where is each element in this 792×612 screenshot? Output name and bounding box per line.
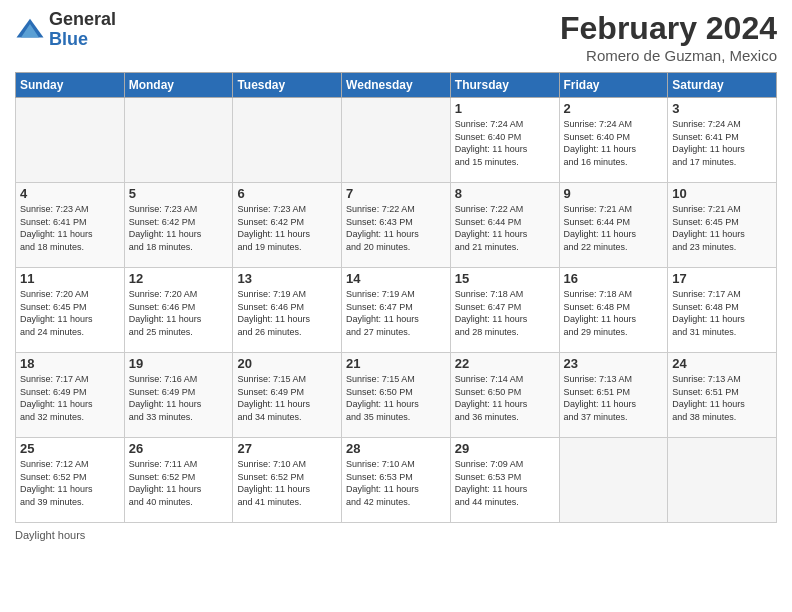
day-info: Sunrise: 7:15 AM Sunset: 6:50 PM Dayligh… [346,373,446,423]
calendar-cell: 24Sunrise: 7:13 AM Sunset: 6:51 PM Dayli… [668,353,777,438]
calendar-cell [559,438,668,523]
logo: General Blue [15,10,116,50]
day-info: Sunrise: 7:10 AM Sunset: 6:52 PM Dayligh… [237,458,337,508]
day-number: 17 [672,271,772,286]
calendar-cell: 28Sunrise: 7:10 AM Sunset: 6:53 PM Dayli… [342,438,451,523]
calendar-cell: 8Sunrise: 7:22 AM Sunset: 6:44 PM Daylig… [450,183,559,268]
month-title: February 2024 [560,10,777,47]
calendar-header-tuesday: Tuesday [233,73,342,98]
day-info: Sunrise: 7:21 AM Sunset: 6:44 PM Dayligh… [564,203,664,253]
title-block: February 2024 Romero de Guzman, Mexico [560,10,777,64]
logo-text: General Blue [49,10,116,50]
calendar: SundayMondayTuesdayWednesdayThursdayFrid… [15,72,777,523]
week-row-4: 25Sunrise: 7:12 AM Sunset: 6:52 PM Dayli… [16,438,777,523]
calendar-cell: 1Sunrise: 7:24 AM Sunset: 6:40 PM Daylig… [450,98,559,183]
calendar-header-wednesday: Wednesday [342,73,451,98]
day-number: 6 [237,186,337,201]
day-info: Sunrise: 7:13 AM Sunset: 6:51 PM Dayligh… [672,373,772,423]
day-number: 1 [455,101,555,116]
day-info: Sunrise: 7:16 AM Sunset: 6:49 PM Dayligh… [129,373,229,423]
day-info: Sunrise: 7:24 AM Sunset: 6:41 PM Dayligh… [672,118,772,168]
day-number: 29 [455,441,555,456]
calendar-cell: 23Sunrise: 7:13 AM Sunset: 6:51 PM Dayli… [559,353,668,438]
calendar-header-sunday: Sunday [16,73,125,98]
calendar-cell: 14Sunrise: 7:19 AM Sunset: 6:47 PM Dayli… [342,268,451,353]
calendar-header-thursday: Thursday [450,73,559,98]
calendar-header-saturday: Saturday [668,73,777,98]
calendar-cell [16,98,125,183]
calendar-cell: 4Sunrise: 7:23 AM Sunset: 6:41 PM Daylig… [16,183,125,268]
day-info: Sunrise: 7:18 AM Sunset: 6:48 PM Dayligh… [564,288,664,338]
day-info: Sunrise: 7:23 AM Sunset: 6:42 PM Dayligh… [237,203,337,253]
day-info: Sunrise: 7:21 AM Sunset: 6:45 PM Dayligh… [672,203,772,253]
calendar-cell: 19Sunrise: 7:16 AM Sunset: 6:49 PM Dayli… [124,353,233,438]
calendar-cell: 27Sunrise: 7:10 AM Sunset: 6:52 PM Dayli… [233,438,342,523]
day-info: Sunrise: 7:23 AM Sunset: 6:41 PM Dayligh… [20,203,120,253]
day-number: 25 [20,441,120,456]
calendar-cell: 6Sunrise: 7:23 AM Sunset: 6:42 PM Daylig… [233,183,342,268]
day-number: 26 [129,441,229,456]
day-number: 28 [346,441,446,456]
week-row-1: 4Sunrise: 7:23 AM Sunset: 6:41 PM Daylig… [16,183,777,268]
calendar-cell [124,98,233,183]
day-number: 12 [129,271,229,286]
logo-general: General [49,9,116,29]
day-number: 16 [564,271,664,286]
day-info: Sunrise: 7:17 AM Sunset: 6:48 PM Dayligh… [672,288,772,338]
day-info: Sunrise: 7:24 AM Sunset: 6:40 PM Dayligh… [564,118,664,168]
day-number: 23 [564,356,664,371]
location: Romero de Guzman, Mexico [560,47,777,64]
day-number: 21 [346,356,446,371]
day-info: Sunrise: 7:14 AM Sunset: 6:50 PM Dayligh… [455,373,555,423]
day-info: Sunrise: 7:19 AM Sunset: 6:46 PM Dayligh… [237,288,337,338]
day-info: Sunrise: 7:19 AM Sunset: 6:47 PM Dayligh… [346,288,446,338]
day-number: 9 [564,186,664,201]
day-info: Sunrise: 7:15 AM Sunset: 6:49 PM Dayligh… [237,373,337,423]
calendar-cell: 7Sunrise: 7:22 AM Sunset: 6:43 PM Daylig… [342,183,451,268]
day-number: 18 [20,356,120,371]
week-row-3: 18Sunrise: 7:17 AM Sunset: 6:49 PM Dayli… [16,353,777,438]
day-number: 24 [672,356,772,371]
day-info: Sunrise: 7:13 AM Sunset: 6:51 PM Dayligh… [564,373,664,423]
calendar-cell: 22Sunrise: 7:14 AM Sunset: 6:50 PM Dayli… [450,353,559,438]
calendar-cell: 17Sunrise: 7:17 AM Sunset: 6:48 PM Dayli… [668,268,777,353]
calendar-cell: 2Sunrise: 7:24 AM Sunset: 6:40 PM Daylig… [559,98,668,183]
calendar-header-friday: Friday [559,73,668,98]
calendar-cell [668,438,777,523]
day-info: Sunrise: 7:10 AM Sunset: 6:53 PM Dayligh… [346,458,446,508]
day-number: 19 [129,356,229,371]
week-row-0: 1Sunrise: 7:24 AM Sunset: 6:40 PM Daylig… [16,98,777,183]
header: General Blue February 2024 Romero de Guz… [15,10,777,64]
calendar-cell: 21Sunrise: 7:15 AM Sunset: 6:50 PM Dayli… [342,353,451,438]
calendar-header-monday: Monday [124,73,233,98]
day-info: Sunrise: 7:11 AM Sunset: 6:52 PM Dayligh… [129,458,229,508]
calendar-cell: 20Sunrise: 7:15 AM Sunset: 6:49 PM Dayli… [233,353,342,438]
daylight-label: Daylight hours [15,529,85,541]
calendar-header-row: SundayMondayTuesdayWednesdayThursdayFrid… [16,73,777,98]
calendar-cell: 26Sunrise: 7:11 AM Sunset: 6:52 PM Dayli… [124,438,233,523]
day-info: Sunrise: 7:17 AM Sunset: 6:49 PM Dayligh… [20,373,120,423]
logo-icon [15,15,45,45]
day-info: Sunrise: 7:12 AM Sunset: 6:52 PM Dayligh… [20,458,120,508]
calendar-cell [233,98,342,183]
day-info: Sunrise: 7:20 AM Sunset: 6:45 PM Dayligh… [20,288,120,338]
day-info: Sunrise: 7:22 AM Sunset: 6:43 PM Dayligh… [346,203,446,253]
calendar-cell: 15Sunrise: 7:18 AM Sunset: 6:47 PM Dayli… [450,268,559,353]
day-number: 20 [237,356,337,371]
calendar-cell: 25Sunrise: 7:12 AM Sunset: 6:52 PM Dayli… [16,438,125,523]
calendar-cell: 16Sunrise: 7:18 AM Sunset: 6:48 PM Dayli… [559,268,668,353]
day-number: 8 [455,186,555,201]
day-info: Sunrise: 7:22 AM Sunset: 6:44 PM Dayligh… [455,203,555,253]
day-number: 3 [672,101,772,116]
day-info: Sunrise: 7:23 AM Sunset: 6:42 PM Dayligh… [129,203,229,253]
day-info: Sunrise: 7:24 AM Sunset: 6:40 PM Dayligh… [455,118,555,168]
calendar-cell: 9Sunrise: 7:21 AM Sunset: 6:44 PM Daylig… [559,183,668,268]
day-number: 10 [672,186,772,201]
logo-blue: Blue [49,29,88,49]
week-row-2: 11Sunrise: 7:20 AM Sunset: 6:45 PM Dayli… [16,268,777,353]
day-number: 2 [564,101,664,116]
page: General Blue February 2024 Romero de Guz… [0,0,792,612]
day-info: Sunrise: 7:09 AM Sunset: 6:53 PM Dayligh… [455,458,555,508]
calendar-cell: 12Sunrise: 7:20 AM Sunset: 6:46 PM Dayli… [124,268,233,353]
day-number: 7 [346,186,446,201]
